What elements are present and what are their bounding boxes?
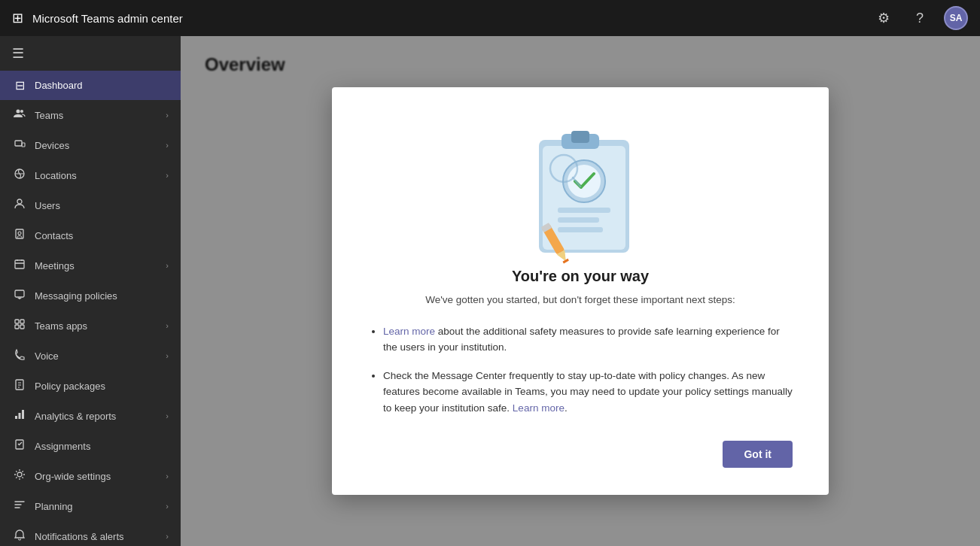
app-title: Microsoft Teams admin center <box>32 12 863 25</box>
sidebar-item-label: Teams <box>35 110 158 121</box>
sidebar-item-assignments[interactable]: Assignments <box>0 431 181 461</box>
sidebar-item-label: Users <box>35 200 169 211</box>
modal-backdrop: You're on your way We've gotten you star… <box>181 36 980 546</box>
svg-rect-16 <box>19 413 21 419</box>
svg-rect-12 <box>15 325 19 329</box>
svg-rect-27 <box>558 208 610 213</box>
topbar: ⊞ Microsoft Teams admin center ⚙ ? SA <box>0 0 980 36</box>
chevron-down-icon: › <box>166 502 169 511</box>
sidebar-item-label: Locations <box>35 170 158 181</box>
chevron-down-icon: › <box>166 472 169 481</box>
main-layout: ☰ ⊟ Dashboard Teams › Devices › L <box>0 36 980 546</box>
modal-footer: Got it <box>368 441 793 468</box>
hamburger-button[interactable]: ☰ <box>0 36 181 71</box>
topbar-actions: ⚙ ? SA <box>872 6 968 30</box>
messaging-icon <box>12 288 27 303</box>
teams-icon <box>12 108 27 123</box>
learn-more-link-2[interactable]: Learn more <box>513 402 565 414</box>
chevron-down-icon: › <box>166 321 169 330</box>
users-icon <box>12 198 27 213</box>
svg-rect-29 <box>558 227 603 232</box>
sidebar-item-notifications[interactable]: Notifications & alerts › <box>0 521 181 546</box>
sidebar-item-users[interactable]: Users <box>0 190 181 220</box>
sidebar-item-voice[interactable]: Voice › <box>0 341 181 371</box>
svg-rect-6 <box>16 229 23 238</box>
locations-icon <box>12 168 27 183</box>
svg-point-1 <box>20 110 23 113</box>
sidebar-item-locations[interactable]: Locations › <box>0 160 181 190</box>
sidebar-item-label: Messaging policies <box>35 290 169 302</box>
modal-body: Learn more about the additional safety m… <box>368 323 793 417</box>
modal-title: You're on your way <box>512 268 649 285</box>
analytics-icon <box>12 408 27 423</box>
sidebar-item-label: Meetings <box>35 260 158 271</box>
sidebar-item-policy-packages[interactable]: Policy packages <box>0 371 181 401</box>
sidebar-item-label: Org-wide settings <box>35 471 158 482</box>
sidebar-item-label: Notifications & alerts <box>35 531 158 542</box>
svg-rect-10 <box>15 320 19 323</box>
sidebar-item-label: Contacts <box>35 230 169 241</box>
onboarding-modal: You're on your way We've gotten you star… <box>332 87 829 494</box>
sidebar-item-label: Dashboard <box>35 80 169 91</box>
dashboard-icon: ⊟ <box>12 78 27 93</box>
sidebar-item-label: Planning <box>35 501 158 512</box>
settings-icon[interactable]: ⚙ <box>872 6 896 30</box>
clipboard-illustration <box>498 117 663 268</box>
sidebar-item-planning[interactable]: Planning › <box>0 491 181 521</box>
policy-icon <box>12 378 27 393</box>
sidebar-item-contacts[interactable]: Contacts <box>0 220 181 250</box>
sidebar-item-analytics[interactable]: Analytics & reports › <box>0 401 181 431</box>
learn-more-link-1[interactable]: Learn more <box>383 326 435 337</box>
content-area: Overview <box>181 36 980 546</box>
sidebar-item-devices[interactable]: Devices › <box>0 130 181 160</box>
modal-bullet-1: Learn more about the additional safety m… <box>383 323 793 356</box>
contacts-icon <box>12 228 27 243</box>
planning-icon <box>12 499 27 514</box>
sidebar-item-dashboard[interactable]: ⊟ Dashboard <box>0 71 181 100</box>
voice-icon <box>12 348 27 363</box>
got-it-button[interactable]: Got it <box>723 441 793 468</box>
assignments-icon <box>12 438 27 453</box>
chevron-down-icon: › <box>166 111 169 120</box>
grid-icon[interactable]: ⊞ <box>12 10 23 26</box>
svg-point-26 <box>568 165 601 198</box>
chevron-down-icon: › <box>166 141 169 150</box>
svg-point-5 <box>17 199 22 204</box>
svg-rect-24 <box>571 131 589 143</box>
sidebar: ☰ ⊟ Dashboard Teams › Devices › L <box>0 36 181 546</box>
chevron-down-icon: › <box>166 351 169 360</box>
bullet-2-text-pre: Check the Message Center frequently to s… <box>383 370 793 414</box>
modal-bullet-2: Check the Message Center frequently to s… <box>383 368 793 417</box>
sidebar-item-teams[interactable]: Teams › <box>0 100 181 130</box>
devices-icon <box>12 138 27 153</box>
svg-point-7 <box>18 232 21 235</box>
chevron-down-icon: › <box>166 532 169 541</box>
teams-apps-icon <box>12 318 27 333</box>
svg-rect-8 <box>15 260 24 268</box>
svg-point-0 <box>17 110 20 114</box>
meetings-icon <box>12 258 27 273</box>
org-wide-icon <box>12 469 27 484</box>
sidebar-item-label: Voice <box>35 350 158 362</box>
modal-subtitle: We've gotten you started, but don't forg… <box>425 293 735 308</box>
sidebar-item-label: Policy packages <box>35 381 169 392</box>
svg-rect-15 <box>15 416 17 419</box>
avatar[interactable]: SA <box>944 6 968 30</box>
svg-rect-28 <box>558 217 599 223</box>
chevron-down-icon: › <box>166 171 169 180</box>
sidebar-item-teams-apps[interactable]: Teams apps › <box>0 311 181 341</box>
bullet-1-text: about the additional safety measures to … <box>383 326 780 353</box>
notifications-icon <box>12 529 27 544</box>
sidebar-item-label: Analytics & reports <box>35 411 158 422</box>
sidebar-item-label: Teams apps <box>35 320 158 332</box>
help-icon[interactable]: ? <box>908 6 932 30</box>
sidebar-item-label: Devices <box>35 140 158 151</box>
sidebar-item-org-wide[interactable]: Org-wide settings › <box>0 461 181 491</box>
svg-rect-17 <box>22 410 24 419</box>
bullet-2-text-end: . <box>565 402 568 414</box>
sidebar-item-meetings[interactable]: Meetings › <box>0 250 181 281</box>
svg-point-19 <box>17 472 22 477</box>
svg-rect-9 <box>15 290 24 297</box>
sidebar-item-messaging-policies[interactable]: Messaging policies <box>0 281 181 311</box>
chevron-down-icon: › <box>166 411 169 420</box>
